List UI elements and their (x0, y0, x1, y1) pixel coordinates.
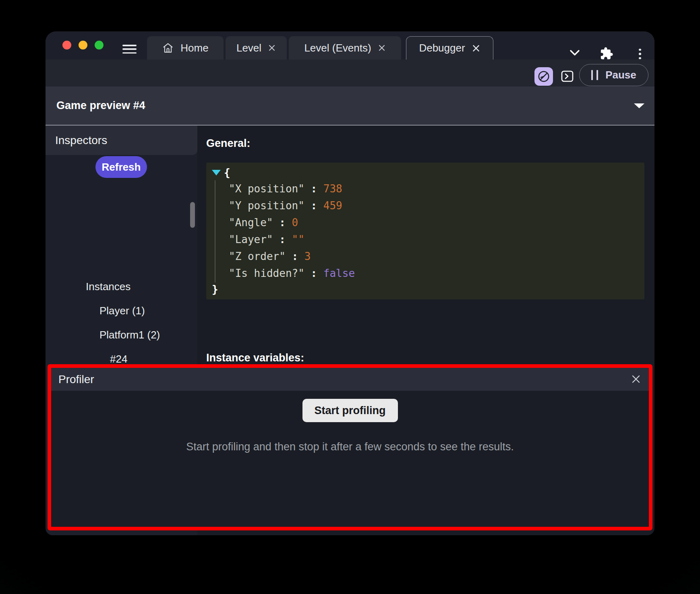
json-value[interactable]: false (323, 267, 355, 279)
profiler-panel-highlighted: Profiler Start profiling Start profiling… (48, 364, 652, 530)
json-key: "Y position" (229, 200, 304, 212)
instance-variables-heading: Instance variables: (206, 352, 304, 364)
json-value[interactable]: 459 (323, 200, 342, 212)
menu-hamburger-icon[interactable] (122, 45, 137, 54)
json-separator: : (273, 217, 292, 229)
json-row-layer: "Layer" : "" (212, 231, 644, 248)
json-value[interactable]: 0 (292, 217, 298, 229)
extensions-puzzle-icon[interactable] (599, 46, 614, 61)
pause-icon (591, 70, 598, 80)
refresh-button[interactable]: Refresh (95, 156, 147, 178)
profiler-gauge-button[interactable] (534, 67, 553, 86)
debugger-toolbar: Pause (46, 60, 654, 87)
sidebar-item-instance-24[interactable]: #24 (110, 353, 127, 365)
tab-label: Level (236, 42, 261, 54)
profiler-title: Profiler (58, 373, 94, 386)
json-separator: : (286, 250, 304, 262)
json-key: "X position" (229, 183, 304, 195)
profiler-body: Start profiling Start profiling and then… (51, 391, 649, 453)
json-row-y-position: "Y position" : 459 (212, 197, 644, 214)
window-close-button[interactable] (62, 41, 71, 50)
expander-open-icon[interactable] (212, 170, 221, 175)
home-icon (162, 42, 174, 54)
json-row-x-position: "X position" : 738 (212, 180, 644, 197)
close-brace: } (212, 283, 218, 295)
profiler-hint-text: Start profiling and then stop it after a… (186, 441, 514, 453)
json-separator: : (304, 200, 323, 212)
json-value[interactable]: 3 (304, 250, 311, 262)
console-icon[interactable] (561, 70, 574, 82)
sidebar-item-player[interactable]: Player (1) (99, 305, 145, 317)
tab-home[interactable]: Home (147, 36, 224, 60)
profiler-header: Profiler (51, 368, 649, 391)
sidebar-scrollbar-thumb[interactable] (190, 202, 195, 228)
inspectors-header: Inspectors (46, 126, 197, 155)
desktop-background: Home Level Level (Events) Debugger (0, 0, 700, 594)
tab-level[interactable]: Level (226, 36, 287, 60)
general-heading: General: (206, 137, 251, 150)
tab-close-icon[interactable] (378, 44, 386, 52)
tab-debugger[interactable]: Debugger (406, 36, 493, 60)
window-zoom-button[interactable] (95, 41, 104, 50)
pause-button[interactable]: Pause (579, 64, 648, 86)
json-key: "Angle" (229, 217, 273, 229)
game-preview-title: Game preview #4 (56, 99, 145, 112)
debugger-window: Home Level Level (Events) Debugger (46, 31, 654, 535)
json-indent-guide (215, 180, 215, 283)
json-separator: : (273, 233, 292, 245)
start-profiling-button[interactable]: Start profiling (302, 399, 398, 422)
json-row-angle: "Angle" : 0 (212, 214, 644, 231)
inspectors-title: Inspectors (55, 134, 107, 147)
tab-label: Debugger (419, 42, 465, 54)
window-minimize-button[interactable] (79, 41, 87, 50)
json-row-z-order: "Z order" : 3 (212, 248, 644, 265)
chevron-down-icon[interactable] (567, 47, 582, 58)
tab-level-events[interactable]: Level (Events) (289, 36, 401, 60)
game-preview-selector[interactable]: Game preview #4 (46, 87, 654, 126)
general-json-viewer: { "X position" : 738 "Y position" : 459 … (206, 163, 644, 299)
dropdown-caret-icon[interactable] (634, 103, 644, 108)
sidebar-item-platform1[interactable]: Platform1 (2) (99, 329, 160, 341)
tab-label: Home (180, 42, 208, 54)
json-separator: : (304, 267, 323, 279)
pause-label: Pause (605, 69, 636, 81)
json-row-is-hidden: "Is hidden?" : false (212, 265, 644, 282)
tab-label: Level (Events) (304, 42, 371, 54)
json-key: "Layer" (229, 233, 273, 245)
tab-close-icon[interactable] (472, 44, 480, 53)
sidebar-item-instances[interactable]: Instances (86, 280, 130, 293)
json-key: "Is hidden?" (229, 267, 304, 279)
titlebar: Home Level Level (Events) Debugger (46, 31, 654, 60)
open-brace: { (224, 167, 230, 179)
json-value[interactable]: "" (292, 233, 304, 245)
json-value[interactable]: 738 (323, 183, 342, 195)
close-icon[interactable] (630, 373, 642, 385)
tab-close-icon[interactable] (268, 44, 276, 52)
json-key: "Z order" (229, 250, 286, 262)
json-separator: : (304, 183, 323, 195)
